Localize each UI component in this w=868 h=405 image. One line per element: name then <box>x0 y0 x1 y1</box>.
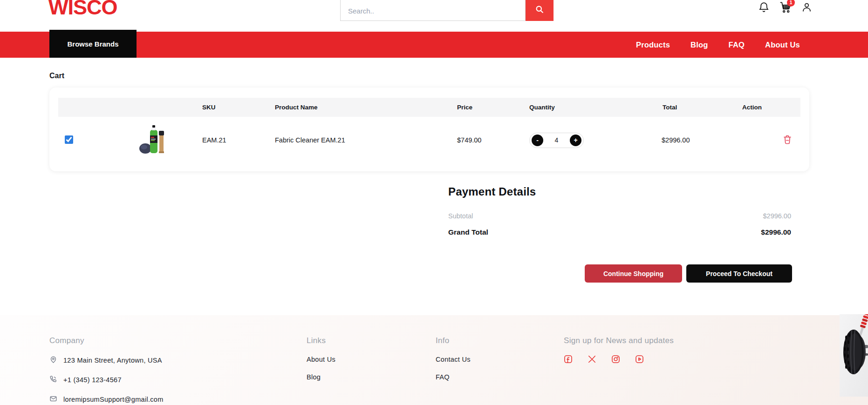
subtotal-value: $2996.00 <box>763 212 791 220</box>
quantity-stepper: - 4 + <box>529 133 584 148</box>
search-input[interactable] <box>340 0 526 21</box>
cart-button[interactable]: 1 <box>779 1 792 14</box>
header-cell-price: Price <box>443 104 513 111</box>
footer-newsletter-column: Sign up for News and updates <box>564 336 674 364</box>
payment-details-section: Payment Details Subtotal $2996.00 Grand … <box>448 185 791 236</box>
main-navbar: Browse Brands Products Blog FAQ About Us <box>0 32 868 58</box>
continue-shopping-button[interactable]: Continue Shopping <box>585 264 682 283</box>
facebook-icon[interactable] <box>564 355 573 364</box>
cart-table-card: SKU Product Name Price Quantity Total Ac… <box>49 88 809 171</box>
x-twitter-icon[interactable] <box>588 355 596 364</box>
wisco-logo[interactable]: WISCO <box>48 0 117 20</box>
payment-details-title: Payment Details <box>448 185 791 198</box>
footer-link-faq[interactable]: FAQ <box>436 373 471 381</box>
item-name: Fabric Cleaner EAM.21 <box>270 136 443 144</box>
bell-icon <box>758 1 770 15</box>
delete-item-button[interactable] <box>783 135 792 145</box>
grand-total-value: $2996.00 <box>761 228 791 236</box>
instagram-icon[interactable] <box>611 355 620 364</box>
search-button[interactable] <box>526 0 554 21</box>
nav-link-faq[interactable]: FAQ <box>729 40 745 49</box>
footer-info-column: Info Contact Us FAQ <box>436 336 471 381</box>
quantity-increase-button[interactable]: + <box>570 135 581 146</box>
notification-bell-button[interactable] <box>757 1 770 14</box>
proceed-to-checkout-button[interactable]: Proceed To Checkout <box>686 264 792 283</box>
header-icons: 1 <box>757 1 813 14</box>
youtube-icon[interactable] <box>635 355 644 364</box>
quantity-value: 4 <box>555 136 559 144</box>
user-icon <box>801 1 813 15</box>
footer-address: 123 Main Street, Anytown, USA <box>49 356 164 365</box>
search-icon <box>535 5 544 15</box>
item-price: $749.00 <box>443 136 513 144</box>
cart-count-badge: 1 <box>787 0 795 7</box>
header-cell-total: Total <box>615 104 718 111</box>
nav-link-blog[interactable]: Blog <box>690 40 708 49</box>
nav-links: Products Blog FAQ About Us <box>636 32 800 58</box>
top-header: WISCO <box>0 0 868 32</box>
header-cell-action: Action <box>718 104 800 111</box>
cart-page: WISCO <box>0 0 868 405</box>
footer-link-about-us[interactable]: About Us <box>307 356 335 363</box>
search-bar <box>340 0 554 21</box>
browse-brands-button[interactable]: Browse Brands <box>49 30 137 58</box>
footer-email: loremipsumSupport@gmail.com <box>49 395 164 404</box>
mail-icon <box>49 395 57 404</box>
header-cell-sku: SKU <box>196 104 270 111</box>
footer-links-heading: Links <box>307 336 335 345</box>
footer-phone: +1 (345) 123-4567 <box>49 375 164 385</box>
header-cell-product-name: Product Name <box>270 104 443 111</box>
grand-total-label: Grand Total <box>448 228 488 236</box>
product-image <box>109 123 196 157</box>
account-button[interactable] <box>800 1 813 14</box>
quantity-decrease-button[interactable]: - <box>532 135 543 146</box>
cart-item-row: EAM.21 Fabric Cleaner EAM.21 $749.00 - 4… <box>58 117 800 163</box>
nav-link-about[interactable]: About Us <box>765 40 800 49</box>
checkout-actions: Continue Shopping Proceed To Checkout <box>585 264 792 283</box>
item-total: $2996.00 <box>615 136 718 144</box>
item-sku: EAM.21 <box>196 136 270 144</box>
footer: Company 123 Main Street, Anytown, USA +1… <box>0 315 868 405</box>
footer-link-blog[interactable]: Blog <box>307 373 335 381</box>
subtotal-label: Subtotal <box>448 212 473 220</box>
trash-icon <box>783 135 792 145</box>
nav-link-products[interactable]: Products <box>636 40 670 49</box>
cart-table-header: SKU Product Name Price Quantity Total Ac… <box>58 98 800 117</box>
footer-links-column: Links About Us Blog <box>307 336 335 381</box>
footer-info-heading: Info <box>436 336 471 345</box>
footer-link-contact-us[interactable]: Contact Us <box>436 356 471 363</box>
location-pin-icon <box>49 356 57 365</box>
tire-suspension-image <box>840 314 868 398</box>
header-cell-quantity: Quantity <box>513 104 615 111</box>
footer-company-heading: Company <box>49 336 164 345</box>
newsletter-heading: Sign up for News and updates <box>564 336 674 345</box>
social-icons <box>564 355 674 364</box>
phone-icon <box>49 375 57 385</box>
item-select-checkbox[interactable] <box>65 135 73 144</box>
page-title: Cart <box>49 72 64 80</box>
footer-company-column: Company 123 Main Street, Anytown, USA +1… <box>49 336 164 404</box>
